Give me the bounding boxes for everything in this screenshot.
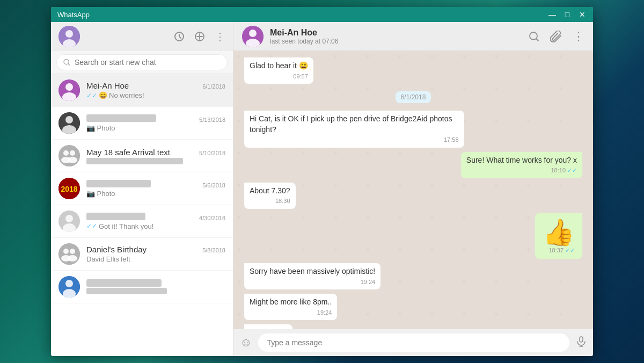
chat-info: 5/6/2018 📷 Photo — [86, 180, 225, 198]
chat-name — [86, 213, 145, 220]
search-bar — [51, 51, 233, 74]
list-item[interactable]: Daniel's Birthday 5/8/2018 David Ellis l… — [51, 238, 233, 271]
msg-time: 18:30 — [275, 197, 290, 205]
status-icon[interactable] — [174, 31, 185, 42]
more-options-icon[interactable]: ⋮ — [573, 30, 584, 43]
chat-name: Mei-An Hoe — [86, 81, 129, 90]
msg-meta: 18:37 ✓✓ — [543, 248, 575, 253]
message-row: Glad to hear it 😄 09:57 — [244, 57, 582, 84]
svg-point-31 — [249, 30, 257, 37]
preview-text: 📷 Photo — [86, 190, 115, 198]
list-item[interactable]: 4/30/2018 ✓✓ Got it! Thank you! — [51, 205, 233, 238]
app-body: ⋮ — [51, 22, 593, 356]
search-icon — [63, 59, 70, 66]
search-inner — [56, 54, 228, 70]
chat-info: 4/30/2018 ✓✓ Got it! Thank you! — [86, 213, 225, 230]
app-window: WhatsApp — □ ✕ — [51, 7, 593, 356]
chat-preview: David Ellis left — [86, 255, 225, 263]
search-chat-icon[interactable] — [529, 31, 539, 42]
chat-list: Mei-An Hoe 6/1/2018 ✓✓ 😄 No worries! — [51, 74, 233, 356]
contact-name: Mei-An Hoe — [270, 28, 522, 38]
messages-area: Glad to hear it 😄 09:57 6/1/2018 Hi Cat,… — [233, 51, 593, 329]
svg-rect-35 — [580, 337, 583, 342]
chat-name — [86, 114, 156, 122]
chat-info — [86, 279, 225, 294]
svg-text:2018: 2018 — [61, 185, 77, 193]
window-controls: — □ ✕ — [548, 11, 587, 18]
chat-header-info[interactable]: Mei-An Hoe last seen today at 07:06 — [270, 28, 522, 45]
chat-info: May 18 safe Arrival text 5/10/2018 — [86, 148, 225, 164]
date-separator: 6/1/2018 — [244, 91, 582, 103]
list-item[interactable]: 5/13/2018 📷 Photo — [51, 107, 233, 140]
list-item[interactable] — [51, 271, 233, 303]
preview-text: Got it! Thank you! — [99, 222, 153, 230]
svg-line-5 — [68, 64, 70, 66]
msg-time: 18:10 — [551, 166, 566, 175]
msg-ticks: ✓✓ — [567, 166, 577, 175]
msg-meta: 17:58 — [250, 136, 459, 144]
message-input[interactable] — [258, 333, 569, 352]
attach-icon[interactable] — [550, 31, 562, 42]
msg-text: Sure! What time works for you? x — [466, 155, 577, 166]
chat-preview: 📷 Photo — [86, 124, 225, 132]
svg-point-24 — [70, 249, 75, 254]
msg-bubble: 👍 18:37 ✓✓ — [535, 213, 582, 259]
msg-bubble: Glad to hear it 😄 09:57 — [244, 57, 313, 84]
chat-header: Mei-An Hoe last seen today at 07:06 — [233, 22, 593, 51]
msg-meta: 19:24 — [250, 278, 375, 286]
message-row: Sorry have been massively optimistic! 19… — [244, 263, 582, 289]
avatar — [58, 243, 80, 265]
msg-text: About 7.30? — [250, 186, 290, 197]
svg-point-10 — [65, 116, 73, 124]
message-row: Is that OK? 19:24 — [244, 324, 582, 329]
preview-emoji: 😄 — [99, 91, 107, 99]
new-chat-icon[interactable] — [194, 31, 205, 42]
close-button[interactable]: ✕ — [578, 11, 587, 18]
avatar — [58, 210, 80, 232]
right-panel: Mei-An Hoe last seen today at 07:06 — [233, 22, 593, 356]
maximize-button[interactable]: □ — [563, 11, 572, 18]
chat-preview — [86, 288, 225, 294]
chat-date: 5/13/2018 — [199, 117, 225, 123]
msg-text: Glad to hear it 😄 — [250, 61, 308, 71]
message-row: About 7.30? 18:30 — [244, 183, 582, 209]
preview-text: 📷 Photo — [86, 124, 115, 132]
search-input[interactable] — [75, 58, 221, 67]
msg-meta: 19:24 — [250, 309, 332, 317]
avatar — [58, 79, 80, 101]
list-item[interactable]: Mei-An Hoe 6/1/2018 ✓✓ 😄 No worries! — [51, 74, 233, 107]
more-options-icon[interactable]: ⋮ — [215, 30, 225, 43]
msg-text: Might be more like 8pm.. — [250, 297, 332, 308]
microphone-button[interactable] — [576, 336, 587, 350]
chat-info: Daniel's Birthday 5/8/2018 David Ellis l… — [86, 245, 225, 263]
message-row: Might be more like 8pm.. 19:24 — [244, 294, 582, 320]
svg-point-23 — [63, 249, 69, 254]
avatar — [58, 145, 80, 166]
chat-name — [86, 279, 162, 287]
list-item[interactable]: 2018 5/6/2018 📷 Photo — [51, 172, 233, 205]
chat-date: 5/6/2018 — [202, 182, 225, 188]
list-item[interactable]: May 18 safe Arrival text 5/10/2018 — [51, 140, 233, 172]
chat-date: 4/30/2018 — [199, 215, 225, 221]
preview-text: No worries! — [109, 91, 144, 99]
svg-line-34 — [536, 39, 538, 41]
msg-time: 18:37 — [548, 248, 564, 253]
contact-status: last seen today at 07:06 — [270, 38, 522, 45]
svg-point-1 — [65, 30, 73, 38]
preview-text — [86, 288, 167, 294]
left-header-icons: ⋮ — [174, 30, 225, 43]
msg-meta: 18:10 ✓✓ — [466, 166, 577, 175]
svg-point-28 — [65, 280, 73, 287]
user-avatar[interactable] — [58, 26, 80, 47]
msg-bubble: Might be more like 8pm.. 19:24 — [244, 294, 337, 320]
msg-bubble: About 7.30? 18:30 — [244, 183, 296, 209]
chat-preview — [86, 158, 225, 164]
preview-text: David Ellis left — [86, 255, 130, 263]
contact-avatar[interactable] — [242, 26, 264, 47]
svg-point-7 — [65, 83, 73, 91]
chat-name — [86, 180, 151, 187]
emoji-button[interactable]: ☺ — [240, 336, 252, 350]
chat-info: Mei-An Hoe 6/1/2018 ✓✓ 😄 No worries! — [86, 81, 225, 99]
minimize-button[interactable]: — — [548, 11, 557, 18]
msg-meta: 09:57 — [250, 72, 308, 81]
